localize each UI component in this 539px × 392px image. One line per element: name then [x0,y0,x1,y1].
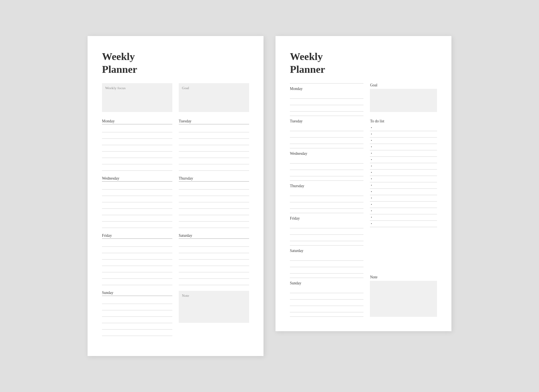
line[interactable] [179,240,249,247]
note-box-left[interactable]: Note [179,291,249,323]
line[interactable] [290,235,363,241]
line[interactable] [290,202,363,209]
line[interactable] [102,145,172,152]
todo-item[interactable]: • [370,163,437,170]
line[interactable] [102,158,172,164]
line[interactable] [290,105,363,112]
note-box-right[interactable] [370,281,437,317]
line[interactable] [290,99,363,105]
todo-item[interactable]: • [370,176,437,182]
line[interactable] [179,126,249,132]
todo-item[interactable]: • [370,195,437,202]
line[interactable] [179,202,249,209]
line[interactable] [102,196,172,202]
todo-item[interactable]: • [370,125,437,131]
line[interactable] [179,247,249,253]
line[interactable] [179,190,249,196]
line[interactable] [102,323,172,330]
line[interactable] [179,260,249,266]
line[interactable] [102,183,172,190]
todo-item[interactable]: • [370,189,437,195]
line[interactable] [179,272,249,279]
sunday-label: Sunday [102,291,172,296]
todo-item[interactable]: • [370,208,437,214]
line[interactable] [102,152,172,158]
line[interactable] [102,209,172,215]
line[interactable] [179,253,249,260]
line[interactable] [102,317,172,323]
line[interactable] [290,157,363,164]
wednesday-label: Wednesday [102,176,172,182]
todo-item[interactable]: • [370,170,437,176]
line[interactable] [102,164,172,171]
line[interactable] [102,260,172,266]
line[interactable] [102,253,172,260]
line[interactable] [290,170,363,176]
line[interactable] [290,131,363,138]
line[interactable] [290,222,363,228]
line[interactable] [290,306,363,312]
line[interactable] [290,261,363,267]
line[interactable] [179,266,249,272]
line[interactable] [102,126,172,132]
line[interactable] [102,190,172,196]
line[interactable] [290,267,363,274]
line[interactable] [179,196,249,202]
todo-item[interactable]: • [370,157,437,163]
line[interactable] [179,164,249,171]
line[interactable] [290,196,363,202]
line[interactable] [290,164,363,170]
line[interactable] [102,240,172,247]
todo-item[interactable]: • [370,150,437,157]
bullet-icon: • [371,139,372,142]
line[interactable] [102,310,172,317]
line[interactable] [102,202,172,209]
line[interactable] [179,145,249,152]
line[interactable] [102,222,172,228]
line[interactable] [102,298,172,304]
note-right-label: Note [370,275,437,279]
line[interactable] [102,215,172,222]
line[interactable] [179,209,249,215]
goal-box-left[interactable]: Goal [179,83,249,112]
todo-item[interactable]: • [370,214,437,221]
left-top-row: Weekly focus Goal [102,83,249,112]
weekly-focus-label: Weekly focus [105,86,169,90]
line[interactable] [290,293,363,300]
line[interactable] [290,190,363,196]
line[interactable] [102,132,172,139]
goal-box-right[interactable] [370,89,437,112]
line[interactable] [102,279,172,285]
line[interactable] [290,138,363,144]
weekly-focus-box[interactable]: Weekly focus [102,83,172,112]
line[interactable] [179,152,249,158]
line[interactable] [179,183,249,190]
todo-item[interactable]: • [370,182,437,189]
line[interactable] [102,247,172,253]
line[interactable] [179,222,249,228]
line[interactable] [290,228,363,235]
todo-item[interactable]: • [370,144,437,150]
line[interactable] [179,132,249,139]
line[interactable] [290,125,363,131]
line[interactable] [102,139,172,145]
line[interactable] [179,279,249,285]
line[interactable] [102,330,172,336]
day-section-thursday: Thursday [179,176,249,228]
todo-item[interactable]: • [370,138,437,144]
line[interactable] [290,300,363,306]
line[interactable] [179,139,249,145]
todo-item[interactable]: • [370,221,437,227]
todo-item[interactable]: • [370,131,437,138]
line[interactable] [102,266,172,272]
line[interactable] [179,215,249,222]
line[interactable] [290,287,363,293]
todo-item[interactable]: • [370,202,437,208]
line[interactable] [290,92,363,99]
line[interactable] [102,272,172,279]
line[interactable] [102,304,172,310]
right-page: Weekly Planner Monday Tuesday [275,36,451,331]
line[interactable] [179,158,249,164]
friday-right-label: Friday [290,216,363,220]
line[interactable] [290,254,363,261]
